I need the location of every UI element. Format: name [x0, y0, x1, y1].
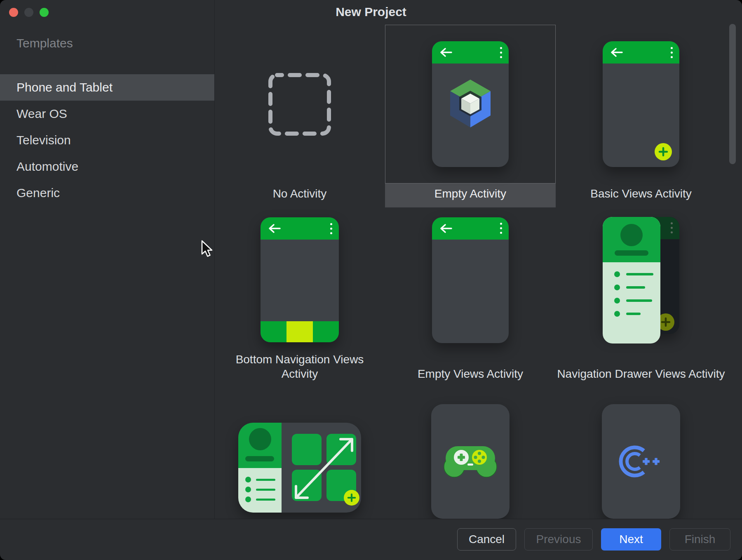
sidebar-item-wear-os[interactable]: Wear OS	[0, 101, 214, 127]
window-title: New Project	[336, 5, 406, 19]
dashed-square-icon	[267, 71, 333, 137]
template-label: Bottom Navigation Views Activity	[228, 352, 372, 388]
mouse-cursor	[201, 240, 214, 258]
phone-mockup	[602, 404, 680, 519]
finish-button[interactable]: Finish	[669, 528, 730, 551]
resize-arrow-icon	[238, 423, 361, 513]
new-project-dialog: New Project Templates Phone and Tablet W…	[0, 0, 742, 560]
template-label: Basic Views Activity	[556, 184, 726, 207]
back-arrow-icon	[268, 224, 281, 233]
template-label: Empty Views Activity	[385, 353, 556, 388]
responsive-grid-icon	[238, 423, 361, 513]
phone-mockup	[432, 41, 509, 167]
nav-drawer	[603, 217, 660, 344]
template-game-activity[interactable]	[385, 390, 556, 519]
footer: Cancel Previous Next Finish	[0, 519, 742, 560]
previous-button[interactable]: Previous	[524, 528, 593, 551]
back-arrow-icon	[439, 47, 453, 57]
fab-icon	[655, 143, 672, 160]
cancel-button[interactable]: Cancel	[457, 528, 516, 551]
fab-icon	[344, 490, 359, 506]
sidebar-item-automotive[interactable]: Automotive	[0, 153, 214, 180]
template-label: Empty Activity	[385, 184, 556, 207]
gamepad-icon	[443, 444, 498, 479]
overflow-menu-icon	[671, 47, 673, 58]
templates-sidebar: Templates Phone and Tablet Wear OS Telev…	[0, 0, 215, 519]
template-empty-activity[interactable]: Empty Activity	[385, 25, 556, 207]
template-label: Navigation Drawer Views Activity	[556, 353, 726, 388]
phone-mockup	[431, 404, 510, 519]
phone-mockup	[261, 217, 339, 342]
avatar	[620, 224, 643, 246]
next-button[interactable]: Next	[601, 528, 661, 551]
sidebar-list: Phone and Tablet Wear OS Television Auto…	[0, 74, 214, 206]
sidebar-item-television[interactable]: Television	[0, 127, 214, 153]
template-label: No Activity	[214, 184, 385, 207]
bottom-nav-bar	[261, 321, 339, 342]
compose-cube-icon	[447, 79, 494, 130]
cpp-icon	[616, 442, 666, 480]
template-bottom-navigation-views-activity[interactable]: Bottom Navigation Views Activity	[214, 207, 385, 388]
sidebar-item-generic[interactable]: Generic	[0, 180, 214, 206]
overflow-menu-icon	[500, 47, 502, 58]
back-arrow-icon	[439, 224, 453, 233]
template-no-activity[interactable]: No Activity	[214, 25, 385, 207]
template-navigation-drawer-views-activity[interactable]: Navigation Drawer Views Activity	[556, 207, 726, 388]
overflow-menu-icon	[330, 223, 332, 234]
sidebar-header: Templates	[16, 36, 73, 50]
phone-mockup	[432, 217, 509, 343]
template-responsive-views[interactable]	[214, 390, 385, 519]
phone-mockup	[603, 41, 679, 167]
app-bar	[432, 41, 509, 64]
back-arrow-icon	[610, 47, 623, 57]
template-basic-views-activity[interactable]: Basic Views Activity	[556, 25, 726, 207]
phone-mockup	[603, 217, 679, 344]
sidebar-item-phone-and-tablet[interactable]: Phone and Tablet	[0, 74, 214, 101]
template-empty-views-activity[interactable]: Empty Views Activity	[385, 207, 556, 388]
scrollbar-thumb[interactable]	[729, 24, 736, 164]
template-native-cpp[interactable]	[556, 390, 726, 519]
overflow-menu-icon	[671, 222, 673, 233]
overflow-menu-icon	[500, 223, 502, 234]
